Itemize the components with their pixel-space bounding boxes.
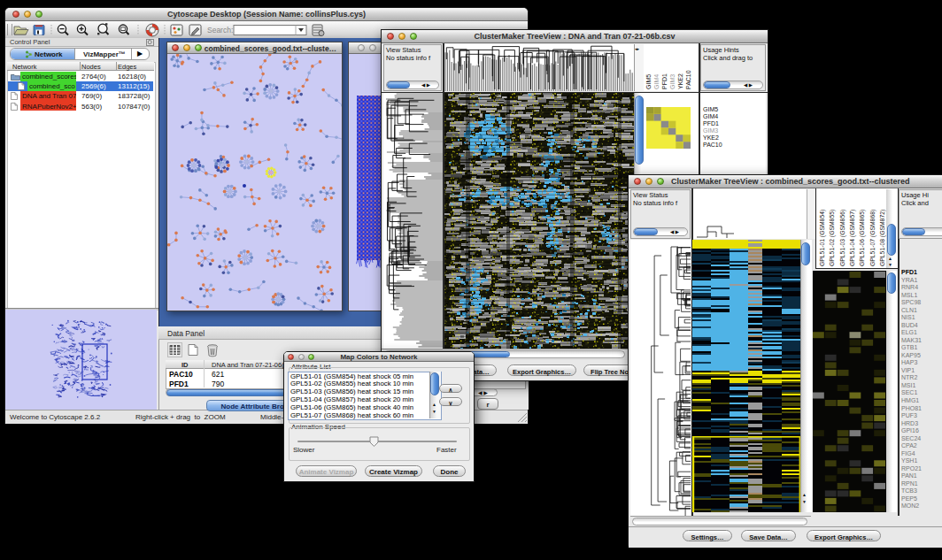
svg-text:GPL51-02 (GSM855): GPL51-02 (GSM855)	[829, 210, 836, 266]
svg-text:GPL51-01 (GSM854): GPL51-01 (GSM854)	[819, 210, 826, 266]
svg-text:GPL51-07 (GSM868): GPL51-07 (GSM868)	[869, 210, 876, 266]
svg-text:GIM3: GIM3	[669, 74, 676, 89]
svg-text:Search:: Search:	[207, 26, 233, 35]
svg-text:YKE2: YKE2	[677, 73, 683, 89]
svg-text:GPL51-06 (GSM865): GPL51-06 (GSM865)	[859, 210, 866, 266]
svg-text:GPL51-03 (GSM856): GPL51-03 (GSM856)	[839, 210, 846, 266]
svg-text:GPL51-04 (GSM857): GPL51-04 (GSM857)	[849, 210, 856, 266]
svg-text:PFD1: PFD1	[661, 73, 668, 89]
svg-text:GIM4: GIM4	[653, 74, 660, 89]
svg-text:PAC10: PAC10	[685, 70, 691, 89]
svg-text:GIM5: GIM5	[645, 74, 652, 89]
svg-text:GPL51-08 (GSM872): GPL51-08 (GSM872)	[879, 210, 886, 266]
